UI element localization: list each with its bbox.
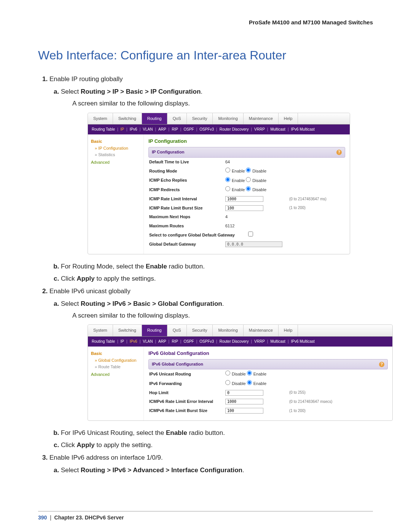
lbl-mr: Maximum Routes [149, 223, 225, 230]
input-rli[interactable] [225, 196, 263, 202]
doc-product-header: ProSafe M4100 and M7100 Managed Switches [38, 19, 373, 26]
lbl-gdw: Global Default Gateway [149, 241, 225, 248]
tab2-security[interactable]: Security [187, 325, 213, 336]
lbl-fwd-e: Enable [253, 381, 266, 386]
subnav2-router-discovery[interactable]: Router Discovery [220, 339, 249, 345]
content-area-2: IPv6 Global Configuration IPv6 Global Co… [144, 347, 392, 420]
input-rlb6[interactable] [225, 408, 263, 414]
tab2-qos[interactable]: QoS [167, 325, 187, 336]
subnav2-ipv6[interactable]: IPv6 [130, 339, 137, 345]
subnav2-ipv6-multicast[interactable]: IPv6 Multicast [291, 339, 315, 345]
step-1a-post: . [201, 88, 202, 95]
tab-routing[interactable]: Routing [142, 113, 167, 125]
tab2-monitoring[interactable]: Monitoring [213, 325, 243, 336]
help-icon-2[interactable]: ? [379, 362, 384, 367]
step-1: Enable IP routing globally Select Routin… [49, 74, 373, 284]
radio-echo-enable[interactable] [225, 177, 230, 182]
hint-rlb: (1 to 200) [289, 205, 306, 211]
sidebar-statistics[interactable]: » Statistics [91, 152, 140, 158]
radio-routing-disable[interactable] [246, 168, 251, 173]
radio-redir-enable[interactable] [225, 186, 230, 191]
step-2a-after: A screen similar to the following displa… [72, 310, 373, 321]
radio-ur-enable[interactable] [247, 371, 252, 375]
sidebar2-basic[interactable]: Basic [91, 350, 140, 357]
step-1b-pre: For Routing Mode, select the [61, 263, 146, 270]
subnav2-routing-table[interactable]: Routing Table [92, 339, 115, 345]
step-3a-bold: Routing > IPv6 > Advanced > Interface Co… [81, 466, 242, 474]
step-1b-post: radio button. [167, 263, 205, 270]
input-rli6[interactable] [225, 399, 263, 404]
tab2-system[interactable]: System [88, 325, 113, 336]
subnav-arp[interactable]: ARP [158, 126, 166, 133]
hint-rli6: (0 to 2147483647 msecs) [289, 399, 332, 405]
page-title: Web Interface: Configure an Inter-area R… [38, 48, 373, 62]
tab-system[interactable]: System [88, 113, 113, 125]
input-rlb[interactable] [225, 205, 263, 211]
tab-maintenance[interactable]: Maintenance [244, 113, 279, 125]
checkbox-sgw[interactable] [248, 232, 253, 236]
subnav-ospfv3[interactable]: OSPFv3 [199, 126, 214, 133]
lbl-enable3: Enable [232, 187, 245, 192]
tab-monitoring[interactable]: Monitoring [213, 113, 243, 125]
tab2-help[interactable]: Help [279, 325, 298, 336]
sidebar2-route-table[interactable]: » Route Table [91, 364, 140, 371]
page-footer: 390 | Chapter 23. DHCPv6 Server [38, 511, 373, 521]
step-2c-post: to apply the setting. [95, 441, 153, 449]
input-hop[interactable] [225, 390, 263, 396]
subnav2-ospf[interactable]: OSPF [183, 339, 194, 345]
step-2a-bold: Routing > IPv6 > Basic > Global Configur… [81, 300, 222, 307]
subnav-vlan[interactable]: VLAN [143, 126, 153, 133]
subnav-multicast[interactable]: Multicast [270, 126, 285, 133]
tab2-switching[interactable]: Switching [113, 325, 142, 336]
sidebar-basic[interactable]: Basic [91, 138, 140, 145]
step-2-text: Enable IPv6 unicast globally [49, 288, 131, 295]
subnav-routing-table[interactable]: Routing Table [92, 126, 115, 133]
radio-redir-disable[interactable] [246, 186, 251, 191]
lbl-ur-e: Enable [253, 372, 266, 376]
sidebar: Basic » IP Configuration » Statistics Ad… [88, 134, 144, 254]
subnav-ip[interactable]: IP [121, 126, 124, 133]
section-bar-2: IPv6 Global Configuration ? [148, 359, 388, 370]
step-2b-pre: For IPv6 Unicast Routing, select the [61, 429, 166, 436]
sidebar2-advanced[interactable]: Advanced [91, 371, 140, 378]
screenshot-ipv6-global: System Switching Routing QoS Security Mo… [88, 324, 393, 421]
tab-help[interactable]: Help [279, 113, 298, 125]
sidebar-advanced[interactable]: Advanced [91, 159, 140, 166]
lbl-enable: Enable [232, 169, 245, 173]
subnav-ipv6-multicast[interactable]: IPv6 Multicast [291, 126, 315, 133]
radio-echo-disable[interactable] [246, 177, 251, 182]
sidebar2-global-config[interactable]: » Global Configuration [91, 357, 140, 364]
subnav2-rip[interactable]: RIP [172, 339, 178, 345]
lbl-fwd-d: Disable [232, 381, 246, 386]
radio-ur-disable[interactable] [225, 371, 230, 375]
step-3a-pre: Select [61, 466, 81, 474]
subnav2-arp[interactable]: ARP [158, 339, 166, 345]
step-3a: Select Routing > IPv6 > Advanced > Inter… [61, 465, 373, 475]
radio-fwd-enable[interactable] [247, 380, 252, 385]
subnav-ospf[interactable]: OSPF [183, 126, 194, 133]
subnav2-ip[interactable]: IP [121, 339, 124, 345]
lbl-disable: Disable [252, 169, 266, 173]
step-3a-post: . [242, 466, 244, 474]
lbl-enable2: Enable [232, 178, 245, 183]
subnav-vrrp[interactable]: VRRP [254, 126, 265, 133]
subnav2-multicast[interactable]: Multicast [270, 339, 285, 345]
subnav2-vlan[interactable]: VLAN [143, 339, 153, 345]
subnav-router-discovery[interactable]: Router Discovery [220, 126, 249, 133]
radio-fwd-disable[interactable] [225, 380, 230, 385]
tab-security[interactable]: Security [187, 113, 213, 125]
tab2-maintenance[interactable]: Maintenance [244, 325, 279, 336]
help-icon[interactable]: ? [336, 150, 342, 155]
subnav2-ospfv3[interactable]: OSPFv3 [199, 339, 214, 345]
subnav2-vrrp[interactable]: VRRP [254, 339, 265, 345]
subnav-rip[interactable]: RIP [172, 126, 178, 133]
tab2-routing[interactable]: Routing [142, 325, 167, 336]
tab-qos[interactable]: QoS [167, 113, 187, 125]
sidebar-ip-configuration[interactable]: » IP Configuration [91, 145, 140, 152]
subnav-ipv6[interactable]: IPv6 [130, 126, 137, 133]
step-2b: For IPv6 Unicast Routing, select the Ena… [61, 428, 373, 438]
tab-switching[interactable]: Switching [113, 113, 142, 125]
radio-routing-enable[interactable] [225, 168, 230, 173]
lbl-rlb6: ICMPv6 Rate Limit Burst Size [149, 407, 225, 414]
sub-nav: Routing Table| IP| IPv6| VLAN| ARP| RIP|… [88, 125, 350, 134]
